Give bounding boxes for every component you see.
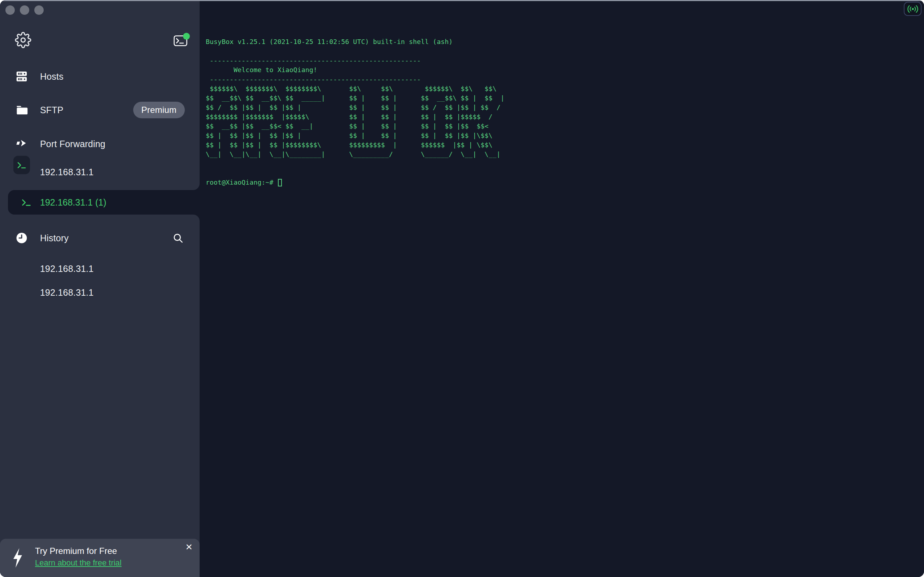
- active-terminals-button[interactable]: [174, 35, 187, 46]
- connection-broadcast-button[interactable]: [904, 2, 921, 16]
- history-search-button[interactable]: [173, 233, 184, 244]
- port-forwarding-icon: [13, 135, 30, 152]
- minimize-window-button[interactable]: [20, 5, 29, 15]
- sidebar-item-port-forwarding[interactable]: Port Forwarding: [0, 132, 200, 155]
- sidebar: Hosts SFTP Premium Port Forwarding: [0, 0, 200, 577]
- premium-trial-banner: Try Premium for Free Learn about the fre…: [0, 539, 200, 577]
- search-icon: [173, 233, 184, 244]
- history-label: History: [40, 233, 69, 243]
- sidebar-item-hosts[interactable]: Hosts: [0, 65, 200, 88]
- terminal-prompt-icon: [17, 161, 26, 169]
- terminal-output: BusyBox v1.25.1 (2021-10-25 11:02:56 UTC…: [206, 37, 505, 168]
- session-label: 192.168.31.1 (1): [40, 197, 106, 208]
- session-item-2-selected[interactable]: 192.168.31.1 (1): [8, 190, 200, 214]
- active-session-indicator-dot: [183, 33, 190, 40]
- history-item-label: 192.168.31.1: [40, 287, 94, 298]
- sidebar-inverse-corner-bottom: [193, 214, 200, 221]
- terminal-prompt-line: root@XiaoQiang:~#: [206, 178, 282, 187]
- server-icon: [13, 68, 30, 85]
- clock-icon: [13, 230, 30, 246]
- zoom-window-button[interactable]: [34, 5, 44, 15]
- folder-icon: [13, 102, 30, 118]
- close-icon[interactable]: ×: [186, 541, 192, 553]
- session-label: 192.168.31.1: [40, 167, 94, 177]
- sidebar-item-label: Hosts: [40, 71, 63, 82]
- terminal-pane[interactable]: BusyBox v1.25.1 (2021-10-25 11:02:56 UTC…: [200, 0, 924, 577]
- sidebar-item-label: Port Forwarding: [40, 139, 105, 149]
- shell-prompt: root@XiaoQiang:~#: [206, 178, 278, 187]
- close-window-button[interactable]: [5, 5, 15, 15]
- free-trial-link[interactable]: Learn about the free trial: [35, 558, 122, 567]
- broadcast-icon: [907, 5, 919, 13]
- terminal-session-icon-box: [13, 156, 30, 174]
- app-window: Hosts SFTP Premium Port Forwarding: [0, 0, 924, 577]
- sidebar-item-label: SFTP: [40, 105, 63, 115]
- premium-badge: Premium: [133, 102, 185, 118]
- sidebar-item-sftp[interactable]: SFTP Premium: [0, 98, 200, 121]
- terminal-prompt-icon: [18, 194, 35, 211]
- settings-button[interactable]: [15, 32, 31, 48]
- terminal-cursor: [278, 179, 282, 187]
- session-item-1[interactable]: 192.168.31.1: [0, 161, 200, 184]
- sidebar-section-history[interactable]: History: [0, 226, 200, 250]
- sidebar-inverse-corner-top: [193, 184, 200, 190]
- gear-icon: [15, 32, 31, 48]
- titlebar-traffic-lights: [5, 5, 44, 15]
- history-item-1[interactable]: 192.168.31.1: [0, 257, 200, 280]
- window-top-edge: [0, 0, 924, 1]
- lightning-bolt-icon: [12, 548, 23, 568]
- history-item-label: 192.168.31.1: [40, 264, 94, 274]
- banner-title: Try Premium for Free: [35, 546, 117, 556]
- history-item-2[interactable]: 192.168.31.1: [0, 281, 200, 304]
